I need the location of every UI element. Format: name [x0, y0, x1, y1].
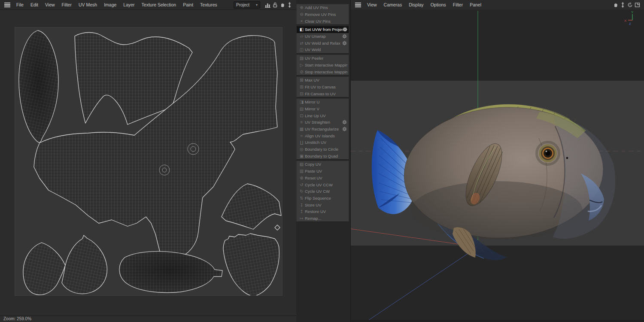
- menu-item-store-uv[interactable]: ↧Store UV: [297, 201, 349, 208]
- menu-item-cycle-uv-ccw[interactable]: ↺Cycle UV CCW: [297, 181, 349, 188]
- menu-item-label: Max UV: [305, 78, 319, 82]
- histogram-icon[interactable]: [264, 1, 271, 8]
- gizmo-y-label: Y: [631, 10, 634, 14]
- unlock-icon[interactable]: [271, 1, 278, 8]
- menubar-item-filter[interactable]: Filter: [58, 0, 75, 9]
- menubar-item-filter[interactable]: Filter: [450, 0, 466, 9]
- menubar-item-cameras[interactable]: Cameras: [380, 0, 406, 9]
- menu-item-uv-unwrap[interactable]: ▱UV Unwrap: [297, 33, 349, 40]
- menubar-item-display[interactable]: Display: [405, 0, 427, 9]
- menubar-item-panel[interactable]: Panel: [466, 0, 485, 9]
- menu-item-align-uv-islands[interactable]: ≈Align UV Islands: [297, 132, 349, 139]
- menu-item-max-uv[interactable]: ⊠Max UV: [297, 77, 349, 84]
- boundary-quad-icon: ▣: [298, 154, 305, 158]
- menu-group-1: ⊕Add UV Pins⊖Remove UV Pins×Clear UV Pin…: [296, 4, 349, 25]
- uv-editor-menu-items: FileEditViewFilterUV MeshImageLayerTextu…: [13, 0, 221, 9]
- gear-icon[interactable]: [342, 120, 347, 125]
- menu-item-uv-rectangularize[interactable]: ▦UV Rectangularize: [297, 126, 349, 133]
- menu-group-4: ⊠Max UV⊞Fit UV to Canvas⊟Fit Canvas to U…: [296, 76, 349, 97]
- menu-item-label: UV Weld and Relax: [305, 41, 340, 46]
- uv-context-menu: ⊕Add UV Pins⊖Remove UV Pins×Clear UV Pin…: [296, 4, 349, 223]
- menu-item-label: UV Peeler: [305, 56, 323, 61]
- uv-island-head-lobes[interactable]: [23, 235, 107, 295]
- menu-item-stop-interactive-mapping[interactable]: ⊘Stop Interactive Mapping: [297, 68, 349, 75]
- menu-item-label: Boundary to Circle: [305, 147, 338, 152]
- weld-relax-icon: ⇄: [298, 41, 305, 46]
- menu-item-label: Clear UV Pins: [305, 19, 331, 24]
- menu-item-clear-uv-pins[interactable]: ×Clear UV Pins: [297, 18, 349, 24]
- menu-hamburger-icon[interactable]: [4, 3, 10, 7]
- menu-item-uv-weld-and-relax[interactable]: ⇄UV Weld and Relax: [297, 39, 349, 46]
- menubar-item-view[interactable]: View: [42, 0, 58, 9]
- menu-item-boundary-to-quad[interactable]: ▣Boundary to Quad: [297, 152, 349, 159]
- menubar-item-options[interactable]: Options: [427, 0, 450, 9]
- uv-canvas[interactable]: [15, 27, 282, 295]
- menubar-item-file[interactable]: File: [13, 0, 27, 9]
- menu-item-flip-sequence[interactable]: ⇅Flip Sequence: [297, 195, 349, 202]
- maximize-panel-icon[interactable]: [634, 1, 641, 8]
- boundary-circle-icon: ◎: [298, 147, 305, 152]
- menu-item-label: Add UV Pins: [305, 5, 328, 10]
- menu-item-start-interactive-mapping[interactable]: ▷Start Interactive Mapping: [297, 62, 349, 69]
- menu-item-uv-straighten[interactable]: ≡UV Straighten: [297, 119, 349, 126]
- zoom-level: Zoom: 259.0%: [3, 316, 31, 321]
- menu-item-unstitch-uv[interactable]: ∐Unstitch UV: [297, 139, 349, 146]
- viewport-menu-items: ViewCamerasDisplayOptionsFilterPanel: [364, 0, 485, 9]
- menu-item-uv-peeler[interactable]: ▨UV Peeler: [297, 55, 349, 62]
- menu-item-set-uvw-from-projection[interactable]: ◧Set UVW from Projection: [297, 26, 349, 33]
- menu-item-remap[interactable]: ↦Remap...: [297, 215, 349, 222]
- menu-item-label: Unstitch UV: [305, 140, 326, 145]
- hand-icon[interactable]: [279, 1, 286, 8]
- menubar-item-image[interactable]: Image: [100, 0, 120, 9]
- menu-item-add-uv-pins[interactable]: ⊕Add UV Pins: [297, 4, 349, 11]
- menu-item-label: Boundary to Quad: [305, 154, 338, 158]
- menu-item-mirror-v[interactable]: ▤Mirror V: [297, 106, 349, 112]
- menubar-item-paint[interactable]: Paint: [179, 0, 197, 9]
- menu-item-label: UV Straighten: [305, 120, 330, 125]
- menu-item-line-up-uv[interactable]: ⊡Line Up UV: [297, 112, 349, 119]
- max-icon: ⊠: [298, 78, 305, 82]
- menubar-item-edit[interactable]: Edit: [27, 0, 42, 9]
- gear-icon[interactable]: [342, 127, 347, 131]
- menubar-item-uv-mesh[interactable]: UV Mesh: [75, 0, 100, 9]
- menubar-item-layer[interactable]: Layer: [120, 0, 138, 9]
- fit-out-icon: ⊟: [298, 91, 305, 96]
- rotate-icon[interactable]: [626, 1, 633, 8]
- chevron-down-icon: ▾: [256, 3, 258, 7]
- viewport-3d[interactable]: Y X Z: [351, 9, 644, 322]
- viewport-hamburger-icon[interactable]: [355, 3, 361, 7]
- uv-island-belly[interactable]: [119, 251, 222, 292]
- uv-island-pectoral-fin[interactable]: [222, 184, 281, 230]
- menu-item-label: Reset UV: [305, 176, 322, 180]
- texture-channel-dropdown[interactable]: Project ▾: [234, 1, 260, 9]
- menu-item-paste-uv[interactable]: ▥Paste UV: [297, 168, 349, 175]
- menu-item-cycle-uv-cw[interactable]: ↻Cycle UV CW: [297, 188, 349, 195]
- menu-item-restore-uv[interactable]: ↥Restore UV: [297, 208, 349, 215]
- menu-item-boundary-to-circle[interactable]: ◎Boundary to Circle: [297, 146, 349, 153]
- menu-item-fit-canvas-to-uv[interactable]: ⊟Fit Canvas to UV: [297, 90, 349, 97]
- pan-vertical-icon[interactable]: [619, 1, 626, 8]
- weld-icon: ◫: [298, 47, 305, 52]
- menubar-item-texture-selection[interactable]: Texture Selection: [138, 0, 180, 9]
- double-arrow-vertical-icon[interactable]: [286, 1, 293, 8]
- menu-item-fit-uv-to-canvas[interactable]: ⊞Fit UV to Canvas: [297, 84, 349, 91]
- menubar-item-textures[interactable]: Textures: [197, 0, 221, 9]
- flip-icon: ⇅: [298, 196, 305, 200]
- uv-island-tail-fin[interactable]: [19, 30, 58, 143]
- gear-icon[interactable]: [342, 34, 347, 39]
- uv-island-gill-plate[interactable]: [223, 234, 279, 295]
- menu-item-label: Store UV: [305, 203, 322, 207]
- align-icon: ≈: [298, 134, 305, 138]
- menu-item-remove-uv-pins[interactable]: ⊖Remove UV Pins: [297, 11, 349, 18]
- menubar-item-view[interactable]: View: [364, 0, 380, 9]
- menu-item-label: Cycle UV CW: [305, 189, 330, 194]
- gear-icon[interactable]: [343, 27, 347, 32]
- gear-icon[interactable]: [342, 41, 347, 46]
- menu-item-reset-uv[interactable]: ⊗Reset UV: [297, 175, 349, 182]
- uv-commands-column: ⊕Add UV Pins⊖Remove UV Pins×Clear UV Pin…: [296, 0, 351, 322]
- menu-item-uv-weld[interactable]: ◫UV Weld: [297, 46, 349, 53]
- viewport-bottom-strip: [351, 320, 644, 322]
- hand-icon[interactable]: [612, 1, 619, 8]
- menu-item-mirror-u[interactable]: ◨Mirror U: [297, 99, 349, 106]
- menu-item-copy-uv[interactable]: ▧Copy UV: [297, 161, 349, 168]
